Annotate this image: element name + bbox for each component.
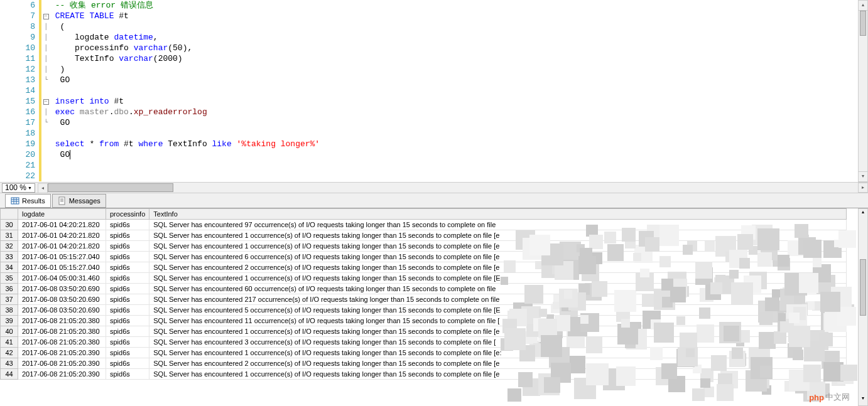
cell[interactable]: spid6s [106,348,149,358]
row-header[interactable]: 31 [1,230,18,241]
cell[interactable]: 2017-06-08 21:05:20.380 [18,326,106,337]
row-header[interactable]: 44 [1,369,18,380]
row-header[interactable]: 42 [1,348,18,358]
scroll-up-icon[interactable]: ▴ [859,209,867,219]
row-header[interactable]: 40 [1,326,18,337]
cell[interactable]: spid6s [106,369,149,380]
cell[interactable]: 2017-06-04 05:00:31.460 [18,273,106,284]
cell[interactable]: 2017-06-08 21:05:20.390 [18,369,106,380]
column-header[interactable]: TextInfo [149,209,847,220]
cell[interactable]: spid6s [106,337,149,348]
grid-vertical-scrollbar[interactable]: ▴ ▾ [858,208,868,406]
svg-rect-0 [11,198,19,204]
editor-footer: 100 % ▼ ◂ ▸ [0,182,868,193]
scroll-down-icon[interactable]: ▾ [859,171,867,181]
row-header[interactable]: 35 [1,273,18,284]
row-header[interactable]: 32 [1,241,18,252]
cell[interactable]: spid6s [106,230,149,241]
editor-horizontal-scrollbar[interactable]: ◂ ▸ [38,183,868,193]
cell[interactable]: spid6s [106,284,149,294]
cell[interactable]: spid6s [106,294,149,305]
row-header[interactable]: 41 [1,337,18,348]
scroll-down-icon[interactable]: ▾ [859,395,867,405]
cell[interactable]: 2017-06-01 04:20:21.820 [18,241,106,252]
cell[interactable]: 2017-06-01 05:15:27.040 [18,252,106,262]
cell[interactable]: 2017-06-01 05:15:27.040 [18,262,106,273]
row-header[interactable]: 33 [1,252,18,262]
cell[interactable]: spid6s [106,358,149,369]
document-icon [58,196,67,205]
cell[interactable]: 2017-06-08 21:05:20.380 [18,337,106,348]
cell[interactable]: 2017-06-08 03:50:20.690 [18,284,106,294]
row-header[interactable]: 38 [1,305,18,316]
code-text[interactable]: -- 收集 error 错误信息 CREATE TABLE #t ( logda… [50,0,858,181]
tab-messages[interactable]: Messages [52,194,106,208]
redacted-area [499,223,858,402]
scroll-left-icon[interactable]: ◂ [38,183,48,193]
cell[interactable]: spid6s [106,241,149,252]
cell[interactable]: 2017-06-08 03:50:20.690 [18,294,106,305]
editor-vertical-scrollbar[interactable]: ▴ ▾ [858,0,868,182]
column-header[interactable] [1,209,18,220]
row-header[interactable]: 37 [1,294,18,305]
zoom-value: 100 % [5,183,26,192]
cell[interactable]: 2017-06-08 21:05:20.390 [18,348,106,358]
chevron-down-icon: ▼ [28,186,32,190]
column-header[interactable]: processinfo [106,209,149,220]
svg-rect-5 [59,197,65,205]
results-tabs: Results Messages [0,193,868,208]
cell[interactable]: spid6s [106,262,149,273]
scroll-right-icon[interactable]: ▸ [858,183,868,193]
code-editor[interactable]: 678910111213141516171819202122 −│││││└−│… [0,0,868,182]
cell[interactable]: 2017-06-01 04:20:21.820 [18,230,106,241]
row-header[interactable]: 34 [1,262,18,273]
row-header[interactable]: 30 [1,220,18,230]
cell[interactable]: 2017-06-01 04:20:21.820 [18,220,106,230]
scroll-up-icon[interactable]: ▴ [859,1,867,11]
row-header[interactable]: 39 [1,316,18,326]
tab-label: Results [22,197,45,205]
cell[interactable]: 2017-06-08 03:50:20.690 [18,305,106,316]
row-header[interactable]: 36 [1,284,18,294]
cell[interactable]: spid6s [106,273,149,284]
cell[interactable]: 2017-06-08 21:05:20.390 [18,358,106,369]
tab-label: Messages [69,197,100,205]
cell[interactable]: spid6s [106,316,149,326]
line-number-gutter: 678910111213141516171819202122 [0,0,39,181]
fold-column[interactable]: −│││││└−│└ [41,0,50,181]
cell[interactable]: spid6s [106,326,149,337]
table-icon [11,196,19,205]
scrollbar-thumb[interactable] [860,259,866,316]
scrollbar-thumb[interactable] [860,11,866,36]
fold-toggle[interactable]: − [43,99,49,105]
cell[interactable]: spid6s [106,220,149,230]
cell[interactable]: spid6s [106,305,149,316]
cell[interactable]: 2017-06-08 21:05:20.380 [18,316,106,326]
row-header[interactable]: 43 [1,358,18,369]
scrollbar-thumb[interactable] [48,183,173,192]
fold-toggle[interactable]: − [43,14,49,19]
column-header[interactable]: logdate [18,209,106,220]
zoom-dropdown[interactable]: 100 % ▼ [2,183,35,193]
tab-results[interactable]: Results [5,194,51,208]
cell[interactable]: spid6s [106,252,149,262]
